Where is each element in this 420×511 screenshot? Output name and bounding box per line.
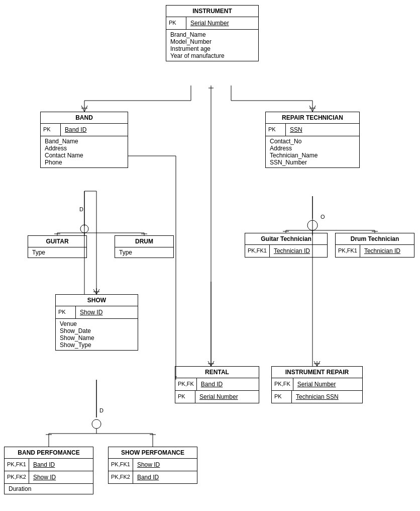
band-attr-4: Phone <box>45 159 124 166</box>
rental-title: RENTAL <box>175 367 259 378</box>
bp-pk2-attr: Show ID <box>33 473 56 482</box>
sp-pk1-attr: Show ID <box>137 460 160 469</box>
drum-technician-title: Drum Technician <box>336 233 414 245</box>
instrument-attr-1: Brand_Name <box>170 31 254 38</box>
ir-pk1-attr: Serial Number <box>297 380 336 389</box>
svg-point-16 <box>80 225 88 233</box>
svg-text:D: D <box>99 407 103 413</box>
entity-instrument-repair: INSTRUMENT REPAIR PK,FK Serial Number PK… <box>271 366 363 403</box>
rt-attr-2: Address <box>270 145 355 152</box>
svg-line-56 <box>314 361 317 366</box>
dt-pk-attr: Technician ID <box>364 246 400 256</box>
entity-band: BAND PK Band ID Band_Name Address Contac… <box>40 112 128 168</box>
entity-guitar-technician: Guitar Technician PK,FK1 Technician ID <box>245 233 328 258</box>
show-attr-4: Show_Type <box>60 342 134 349</box>
show-performance-title: SHOW PERFOMANCE <box>109 447 197 459</box>
entity-drum: DRUM Type <box>115 235 174 258</box>
rt-pk-attr: SSN <box>290 125 302 134</box>
rental-pk2-attr: Serial Number <box>199 392 238 401</box>
entity-repair-technician: REPAIR TECHNICIAN PK SSN Contact_No Addr… <box>265 112 360 168</box>
entity-guitar: GUITAR Type <box>28 235 87 258</box>
bp-pk1-attr: Band ID <box>33 460 55 469</box>
rt-attr-4: SSN_Number <box>270 159 355 166</box>
svg-line-26 <box>93 289 96 294</box>
band-pk-attr: Band ID <box>65 125 86 134</box>
svg-point-42 <box>92 419 101 429</box>
ir-pk2-label: PK <box>274 392 289 400</box>
svg-text:O: O <box>321 214 325 220</box>
svg-line-51 <box>208 361 211 366</box>
instrument-title: INSTRUMENT <box>166 6 258 17</box>
drum-attr-1: Type <box>119 249 169 256</box>
show-attr-2: Show_Date <box>60 327 134 334</box>
guitar-attr-1: Type <box>32 249 82 256</box>
show-title: SHOW <box>56 295 138 306</box>
instrument-pk-label: PK <box>169 19 183 27</box>
sp-pk2-attr: Band ID <box>137 473 159 482</box>
rt-attr-3: Technician_Name <box>270 152 355 159</box>
rental-pk1-attr: Band ID <box>201 380 223 389</box>
svg-line-52 <box>211 361 214 366</box>
sp-pk1-label: PK,FK1 <box>111 460 130 468</box>
band-attr-1: Band_Name <box>45 138 124 145</box>
svg-text:D: D <box>79 206 83 212</box>
instrument-attr-3: Instrument age <box>170 45 254 52</box>
band-attr-2: Address <box>45 145 124 152</box>
erd-diagram: INSTRUMENT PK Serial Number Brand_Name M… <box>0 0 420 511</box>
rental-pk1-label: PK,FK <box>178 380 194 388</box>
ir-pk1-label: PK,FK <box>274 380 290 388</box>
rental-pk2-label: PK <box>178 392 192 400</box>
show-attr-1: Venue <box>60 320 134 327</box>
entity-band-performance: BAND PERFOMANCE PK,FK1 Band ID PK,FK2 Sh… <box>4 447 93 494</box>
svg-line-4 <box>84 106 87 112</box>
bp-pk1-label: PK,FK1 <box>7 460 26 468</box>
rt-pk-label: PK <box>268 125 283 133</box>
rt-attr-1: Contact_No <box>270 138 355 145</box>
bp-attr-1: Duration <box>9 485 89 492</box>
sp-pk2-label: PK,FK2 <box>111 473 130 481</box>
svg-line-9 <box>309 106 312 112</box>
svg-point-33 <box>307 220 318 230</box>
instrument-attr-2: Model_Number <box>170 38 254 45</box>
bp-pk2-label: PK,FK2 <box>7 473 26 481</box>
show-pk-label: PK <box>58 308 73 316</box>
dt-pk-label: PK,FK1 <box>338 246 357 254</box>
instrument-attr-4: Year of manufacture <box>170 52 254 59</box>
gt-pk-attr: Technician ID <box>274 246 310 256</box>
drum-title: DRUM <box>115 236 173 247</box>
svg-line-3 <box>81 106 84 112</box>
band-attr-3: Contact Name <box>45 152 124 159</box>
svg-line-57 <box>317 361 320 366</box>
ir-pk2-attr: Technician SSN <box>296 392 339 401</box>
band-title: BAND <box>41 112 128 124</box>
entity-drum-technician: Drum Technician PK,FK1 Technician ID <box>335 233 414 258</box>
gt-pk-label: PK,FK1 <box>248 246 267 254</box>
guitar-technician-title: Guitar Technician <box>245 233 327 245</box>
svg-line-10 <box>312 106 316 112</box>
instrument-pk-attr: Serial Number <box>190 19 229 28</box>
entity-rental: RENTAL PK,FK Band ID PK Serial Number <box>175 366 259 403</box>
band-performance-title: BAND PERFOMANCE <box>5 447 93 459</box>
entity-show: SHOW PK Show ID Venue Show_Date Show_Nam… <box>55 294 138 351</box>
guitar-title: GUITAR <box>28 236 86 247</box>
show-pk-attr: Show ID <box>80 308 102 317</box>
entity-show-performance: SHOW PERFOMANCE PK,FK1 Show ID PK,FK2 Ba… <box>108 447 197 484</box>
band-pk-label: PK <box>43 125 58 133</box>
entity-instrument: INSTRUMENT PK Serial Number Brand_Name M… <box>166 5 259 61</box>
instrument-repair-title: INSTRUMENT REPAIR <box>272 367 362 378</box>
show-attr-3: Show_Name <box>60 334 134 342</box>
svg-line-27 <box>96 289 99 294</box>
repair-technician-title: REPAIR TECHNICIAN <box>266 112 359 124</box>
